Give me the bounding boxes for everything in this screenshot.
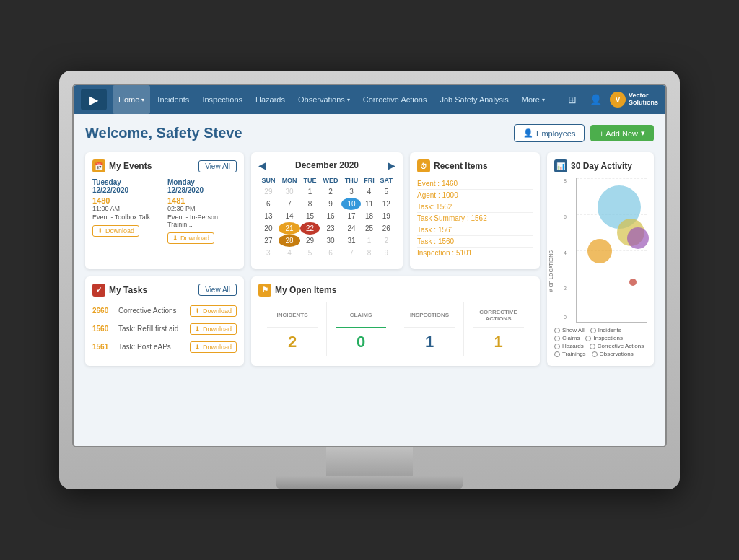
cal-day[interactable]: 28 <box>279 235 301 247</box>
recent-item[interactable]: Task: 1562 <box>417 201 533 213</box>
cal-day[interactable]: 27 <box>258 235 279 247</box>
task-download-button[interactable]: ⬇ Download <box>190 323 237 335</box>
task-download-button[interactable]: ⬇ Download <box>190 341 237 353</box>
nav-observations[interactable]: Observations ▾ <box>292 85 356 114</box>
task-download-button[interactable]: ⬇ Download <box>190 305 237 317</box>
recent-item[interactable]: Inspection : 5101 <box>417 248 533 258</box>
cal-day[interactable]: 26 <box>377 222 395 235</box>
cal-day[interactable]: 8 <box>300 198 319 210</box>
y-axis-label: # OF LOCATIONS <box>548 250 554 292</box>
cal-day[interactable]: 10 <box>341 198 361 210</box>
recent-item[interactable]: Agent : 1000 <box>417 190 533 201</box>
cal-day[interactable]: 31 <box>341 235 361 247</box>
legend-dot-claims <box>554 336 560 341</box>
cal-day[interactable]: 1 <box>361 235 377 247</box>
events-view-all-button[interactable]: View All <box>198 160 237 172</box>
cal-day[interactable]: 30 <box>279 185 301 198</box>
recent-item[interactable]: Task : 1560 <box>417 236 533 248</box>
cal-day[interactable]: 23 <box>320 222 342 235</box>
nav-incidents[interactable]: Incidents <box>152 85 195 114</box>
cal-day[interactable]: 14 <box>279 210 301 222</box>
event-download-button-2[interactable]: ⬇ Download <box>167 232 214 244</box>
cal-day[interactable]: 7 <box>279 198 301 210</box>
event-id-1[interactable]: 1480 <box>92 196 162 205</box>
cal-day[interactable]: 7 <box>341 247 361 259</box>
employees-button[interactable]: 👤 Employees <box>514 124 585 142</box>
legend-trainings[interactable]: Trainings <box>554 351 586 357</box>
brand-name: VectorSolutions <box>629 92 658 107</box>
cal-day[interactable]: 2 <box>377 235 395 247</box>
user-icon[interactable]: 👤 <box>587 91 604 108</box>
nav-corrective-actions[interactable]: Corrective Actions <box>357 85 433 114</box>
nav-more[interactable]: More ▾ <box>516 85 551 114</box>
cal-day[interactable]: 25 <box>361 222 377 235</box>
calendar-prev-button[interactable]: ◀ <box>258 159 266 171</box>
cal-header-wed: WED <box>320 175 342 185</box>
cal-day[interactable]: 21 <box>279 222 301 235</box>
add-new-button[interactable]: + Add New ▾ <box>590 125 654 141</box>
cal-day[interactable]: 16 <box>320 210 342 222</box>
cal-day[interactable]: 30 <box>320 235 342 247</box>
event-id-2[interactable]: 1481 <box>167 196 237 205</box>
cal-day[interactable]: 4 <box>361 185 377 198</box>
legend-dot-incidents <box>590 328 596 333</box>
event-col-1: Tuesday12/22/2020 1480 11:00 AM Event - … <box>92 178 162 244</box>
task-id[interactable]: 1560 <box>92 325 115 333</box>
cal-day[interactable]: 1 <box>300 185 319 198</box>
cal-day[interactable]: 3 <box>341 185 361 198</box>
download-icon-2: ⬇ <box>172 235 178 242</box>
cal-day[interactable]: 24 <box>341 222 361 235</box>
open-items-card: ⚑ My Open Items INCIDENTS 2 CLAIMS 0 INS… <box>251 276 540 367</box>
cal-day[interactable]: 29 <box>300 235 319 247</box>
event-download-button-1[interactable]: ⬇ Download <box>92 225 139 237</box>
download-icon: ⬇ <box>195 325 201 333</box>
cal-day[interactable]: 3 <box>258 247 279 259</box>
cal-day[interactable]: 17 <box>341 210 361 222</box>
cal-day[interactable]: 18 <box>361 210 377 222</box>
legend-corrective-actions[interactable]: Corrective Actions <box>590 343 644 349</box>
recent-item[interactable]: Task : 1561 <box>417 224 533 236</box>
cal-day[interactable]: 9 <box>320 198 342 210</box>
cal-day[interactable]: 13 <box>258 210 279 222</box>
cal-day[interactable]: 20 <box>258 222 279 235</box>
cal-day[interactable]: 8 <box>361 247 377 259</box>
cal-day[interactable]: 9 <box>377 247 395 259</box>
recent-item[interactable]: Task Summary : 1562 <box>417 213 533 224</box>
task-id[interactable]: 2660 <box>92 307 115 315</box>
recent-item[interactable]: Event : 1460 <box>417 178 533 190</box>
legend-show-all[interactable]: Show All <box>554 327 585 333</box>
open-item-label: INSPECTIONS <box>398 307 460 324</box>
task-list-item: 2660 Corrective Actions ⬇ Download <box>92 302 237 320</box>
nav-home[interactable]: Home ▾ <box>113 85 150 114</box>
monitor-frame: ▶ Home ▾ Incidents Inspections Hazards O… <box>59 71 680 489</box>
cal-day[interactable]: 22 <box>300 222 319 235</box>
legend-dot-corrective <box>590 344 595 349</box>
cal-day[interactable]: 2 <box>320 185 342 198</box>
tasks-view-all-button[interactable]: View All <box>198 284 237 296</box>
add-new-arrow-icon: ▾ <box>641 128 645 138</box>
cal-day[interactable]: 15 <box>300 210 319 222</box>
cal-day[interactable]: 12 <box>377 198 395 210</box>
nav-inspections[interactable]: Inspections <box>196 85 248 114</box>
cal-day[interactable]: 6 <box>258 198 279 210</box>
nav-job-safety[interactable]: Job Safety Analysis <box>434 85 514 114</box>
legend-incidents[interactable]: Incidents <box>590 327 621 333</box>
cal-day[interactable]: 4 <box>279 247 301 259</box>
legend-inspections[interactable]: Inspections <box>585 335 622 341</box>
cal-day[interactable]: 11 <box>361 198 377 210</box>
legend-observations[interactable]: Observations <box>592 351 634 357</box>
nav-logo[interactable]: ▶ <box>81 89 107 110</box>
cal-day[interactable]: 6 <box>320 247 342 259</box>
legend-claims[interactable]: Claims <box>554 335 580 341</box>
cal-day[interactable]: 5 <box>377 185 395 198</box>
task-id[interactable]: 1561 <box>92 343 115 351</box>
legend-hazards[interactable]: Hazards <box>554 343 584 349</box>
bubble-red-small <box>629 279 637 286</box>
nav-hazards[interactable]: Hazards <box>250 85 291 114</box>
cal-day[interactable]: 19 <box>377 210 395 222</box>
cal-day[interactable]: 5 <box>300 247 319 259</box>
cal-day[interactable]: 29 <box>258 185 279 198</box>
calendar-next-button[interactable]: ▶ <box>388 159 395 171</box>
y-tick-0: 0 <box>564 315 567 320</box>
grid-icon[interactable]: ⊞ <box>564 91 581 108</box>
